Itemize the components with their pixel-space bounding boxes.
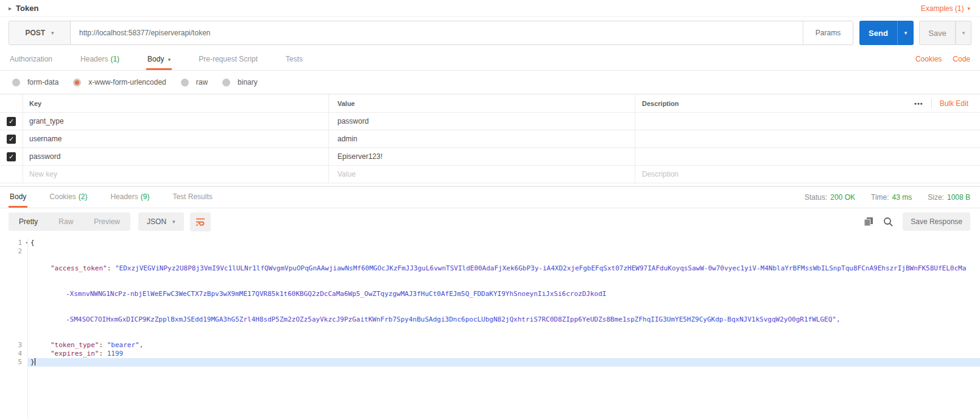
line-number: 5 xyxy=(0,358,27,367)
key-cell[interactable]: username xyxy=(29,135,62,143)
urlencoded-params-table: Key Value Description ••• Bulk Edit ✓ gr… xyxy=(0,94,980,183)
table-header-row: Key Value Description ••• Bulk Edit xyxy=(0,94,980,113)
response-body-viewer: 1▾ { 2 "access_token": "EDxzjVEGViNPyz2U… xyxy=(0,239,980,419)
more-options-icon[interactable]: ••• xyxy=(914,100,923,107)
chevron-down-icon: ▾ xyxy=(967,5,970,12)
save-response-button[interactable]: Save Response xyxy=(903,213,970,231)
code-line: 3 "token_type": "bearer", xyxy=(0,341,980,350)
request-tab-links: Cookies Code xyxy=(915,55,970,70)
radio-raw[interactable]: raw xyxy=(181,78,208,86)
body-mode-selector: form-data x-www-form-urlencoded raw bina… xyxy=(0,71,980,93)
json-string-value: -SM4SOC7OIHxmGxDICP9KzZpplBxmJSEdd19MGA3… xyxy=(66,315,841,323)
bulk-edit-link[interactable]: Bulk Edit xyxy=(940,99,968,108)
examples-dropdown[interactable]: Examples (1) ▾ xyxy=(921,4,970,13)
pretty-view-button[interactable]: Pretty xyxy=(9,213,48,231)
response-section: Body Cookies(2) Headers(9) Test Results … xyxy=(0,186,980,419)
format-select[interactable]: JSON ▾ xyxy=(138,213,184,231)
json-key: "expires_in" xyxy=(51,350,99,357)
save-button[interactable]: Save xyxy=(919,21,956,45)
radio-selected-icon xyxy=(73,79,81,86)
search-button[interactable] xyxy=(883,217,893,227)
copy-icon xyxy=(864,217,873,227)
line-content-active: } xyxy=(27,358,980,367)
method-select[interactable]: POST ▾ xyxy=(9,21,71,45)
key-cell[interactable]: grant_type xyxy=(29,117,64,125)
tab-response-headers[interactable]: Headers(9) xyxy=(109,192,150,208)
send-button[interactable]: Send xyxy=(859,21,897,45)
raw-view-button[interactable]: Raw xyxy=(48,213,83,231)
headers-count-badge: (9) xyxy=(141,192,150,201)
tab-response-cookies[interactable]: Cookies(2) xyxy=(48,192,88,208)
table-row: ✓ grant_type password xyxy=(0,113,980,130)
request-tabs: Authorization Headers(1) Body● Pre-reque… xyxy=(0,51,980,71)
response-status-bar: Status: 200 OK Time: 43 ms Size: 1008 B xyxy=(805,193,970,208)
table-header-actions: ••• Bulk Edit xyxy=(914,99,968,108)
radio-form-data[interactable]: form-data xyxy=(12,78,58,86)
postman-request-window: ▸ Token Examples (1) ▾ POST ▾ Params Sen… xyxy=(0,0,980,419)
tab-authorization[interactable]: Authorization xyxy=(9,55,54,70)
radio-icon xyxy=(222,79,230,86)
table-row: ✓ username admin xyxy=(0,130,980,148)
response-toolbar: Pretty Raw Preview JSON ▾ xyxy=(0,208,980,235)
code-link[interactable]: Code xyxy=(953,55,970,63)
url-input[interactable] xyxy=(71,21,803,44)
value-column-header: Value xyxy=(329,94,635,112)
send-split-button: Send ▾ xyxy=(859,21,914,45)
examples-label: Examples (1) xyxy=(921,4,964,13)
description-column-header: Description ••• Bulk Edit xyxy=(635,94,980,112)
header-check-cell xyxy=(0,94,23,112)
wrap-text-button[interactable] xyxy=(190,213,211,231)
cookies-link[interactable]: Cookies xyxy=(915,55,942,63)
tab-response-body[interactable]: Body xyxy=(9,192,27,208)
save-options-caret[interactable]: ▾ xyxy=(956,21,971,45)
fold-caret-icon[interactable]: ▾ xyxy=(25,239,28,247)
cookies-count-badge: (2) xyxy=(79,192,88,201)
chevron-down-icon: ▾ xyxy=(51,30,54,36)
line-content: "expires_in": 1199 xyxy=(27,350,980,358)
tab-test-results[interactable]: Test Results xyxy=(171,192,213,208)
collapse-triangle-icon[interactable]: ▸ xyxy=(9,5,12,12)
value-cell[interactable]: Episerver123! xyxy=(337,152,382,161)
view-mode-group: Pretty Raw Preview xyxy=(9,213,130,231)
line-content: "access_token": "EDxzjVEGViNPyz2U8P8j3Vm… xyxy=(27,247,980,341)
preview-view-button[interactable]: Preview xyxy=(83,213,130,231)
line-content: "token_type": "bearer", xyxy=(27,341,980,350)
code-line: 5 } xyxy=(0,358,980,367)
value-cell[interactable]: password xyxy=(337,117,368,125)
radio-x-www-form-urlencoded[interactable]: x-www-form-urlencoded xyxy=(73,78,166,86)
row-checkbox-checked[interactable]: ✓ xyxy=(7,135,16,144)
request-name: Token xyxy=(16,4,38,13)
response-tabs: Body Cookies(2) Headers(9) Test Results … xyxy=(0,187,980,208)
value-cell[interactable]: admin xyxy=(337,135,358,143)
method-value: POST xyxy=(25,29,45,37)
radio-icon xyxy=(12,79,20,86)
response-toolbar-right: Save Response xyxy=(864,213,970,231)
row-checkbox-checked[interactable]: ✓ xyxy=(7,117,16,126)
tab-pre-request-script[interactable]: Pre-request Script xyxy=(197,55,259,70)
new-description-input[interactable] xyxy=(642,170,947,178)
new-key-input[interactable] xyxy=(29,170,298,178)
send-options-caret[interactable]: ▾ xyxy=(897,21,914,45)
format-value: JSON xyxy=(147,217,166,226)
params-button[interactable]: Params xyxy=(803,21,853,44)
wrap-text-icon xyxy=(196,217,205,226)
status-badge: Status: 200 OK xyxy=(805,193,855,202)
copy-button[interactable] xyxy=(864,217,873,227)
radio-binary[interactable]: binary xyxy=(222,78,258,86)
request-bar: POST ▾ Params Send ▾ Save ▾ xyxy=(9,21,971,45)
time-badge: Time: 43 ms xyxy=(871,193,912,202)
row-checkbox-checked[interactable]: ✓ xyxy=(7,152,16,161)
headers-count-badge: (1) xyxy=(110,55,119,63)
line-number: 1▾ xyxy=(0,239,27,247)
gutter-divider xyxy=(27,239,28,419)
key-column-header: Key xyxy=(23,94,329,112)
code-line: 2 "access_token": "EDxzjVEGViNPyz2U8P8j3… xyxy=(0,247,980,341)
table-row: ✓ password Episerver123! xyxy=(0,148,980,166)
new-value-input[interactable] xyxy=(337,170,605,178)
tab-body[interactable]: Body● xyxy=(146,55,172,70)
tab-tests[interactable]: Tests xyxy=(284,55,304,70)
json-key: "access_token" xyxy=(51,264,107,272)
key-cell[interactable]: password xyxy=(29,152,60,161)
tab-headers[interactable]: Headers(1) xyxy=(79,55,121,70)
json-string-value: "EDxzjVEGViNPyz2U8P8j3VmI9Vc1lULNr1lfQWv… xyxy=(115,264,966,272)
